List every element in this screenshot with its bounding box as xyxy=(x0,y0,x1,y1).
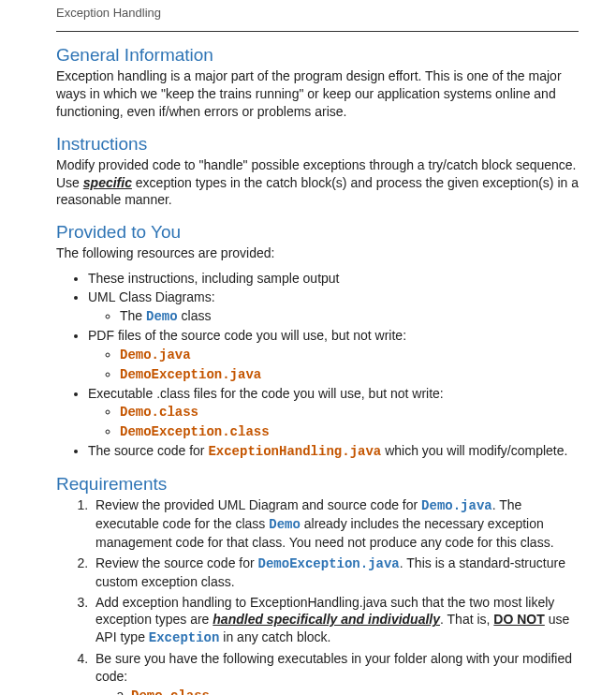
list-item: Review the source code for DemoException… xyxy=(92,555,579,591)
emphasis: handled specifically and individually xyxy=(213,612,440,627)
list-item: Demo.java xyxy=(120,346,579,364)
list-item: Be sure you have the following executabl… xyxy=(92,650,579,695)
list-item: Executable .class files for the code you… xyxy=(88,385,579,442)
sublist: The Demo class xyxy=(88,307,579,326)
sublist: Demo.class DemoException.class xyxy=(95,687,579,695)
text: The xyxy=(120,308,146,323)
list-item: These instructions, including sample out… xyxy=(88,270,579,288)
heading-instructions: Instructions xyxy=(56,134,579,155)
list-item: UML Class Diagrams: The Demo class xyxy=(88,288,579,326)
provided-intro: The following resources are provided: xyxy=(56,244,579,262)
list-item: Review the provided UML Diagram and sour… xyxy=(92,496,579,552)
instructions-specific: specific xyxy=(83,175,132,190)
code-exceptionhandling-java: ExceptionHandling.java xyxy=(208,444,381,459)
text: which you will modify/complete. xyxy=(381,443,567,458)
heading-provided: Provided to You xyxy=(56,222,579,243)
list-item: DemoException.java xyxy=(120,365,579,384)
text: . That is, xyxy=(440,612,493,627)
text: Be sure you have the following executabl… xyxy=(95,651,572,684)
list-item: DemoException.class xyxy=(120,422,579,441)
text: Review the provided UML Diagram and sour… xyxy=(95,497,421,512)
heading-requirements: Requirements xyxy=(56,474,579,495)
page-header: Exception Handling xyxy=(56,6,579,23)
document-page: Exception Handling General Information E… xyxy=(0,0,616,695)
instructions-body: Modify provided code to "handle" possibl… xyxy=(56,156,579,210)
code-demo-class: Demo.class xyxy=(120,405,198,420)
list-item-label: Executable .class files for the code you… xyxy=(88,386,444,401)
text: in any catch block. xyxy=(219,629,330,644)
sublist: Demo.java DemoException.java xyxy=(88,346,579,384)
text: The source code for xyxy=(88,443,208,458)
sublist: Demo.class DemoException.class xyxy=(88,403,579,441)
emphasis: DO NOT xyxy=(493,612,544,627)
code-demo: Demo xyxy=(269,517,301,532)
code-exception: Exception xyxy=(149,630,220,645)
general-body: Exception handling is a major part of th… xyxy=(56,67,579,121)
list-item: PDF files of the source code you will us… xyxy=(88,327,579,384)
list-item: The Demo class xyxy=(120,307,579,326)
instructions-post: exception types in the catch block(s) an… xyxy=(56,175,579,208)
heading-general-information: General Information xyxy=(56,45,579,66)
code-demo-java: Demo.java xyxy=(120,348,191,362)
header-rule xyxy=(56,31,579,32)
list-item: Add exception handling to ExceptionHandl… xyxy=(92,594,579,648)
code-demoexception-class: DemoException.class xyxy=(120,424,270,439)
code-demoexception-java: DemoException.java xyxy=(258,556,400,571)
list-item: Demo.class xyxy=(131,687,579,695)
text: Review the source code for xyxy=(95,555,258,570)
code-demo-java: Demo.java xyxy=(421,498,492,513)
list-item: The source code for ExceptionHandling.ja… xyxy=(88,442,579,461)
code-demo: Demo xyxy=(146,309,178,324)
code-demoexception-java: DemoException.java xyxy=(120,367,261,382)
provided-list: These instructions, including sample out… xyxy=(56,270,579,461)
requirements-list: Review the provided UML Diagram and sour… xyxy=(56,496,579,695)
list-item-label: PDF files of the source code you will us… xyxy=(88,328,406,343)
text: class xyxy=(178,308,212,323)
list-item-label: UML Class Diagrams: xyxy=(88,289,215,304)
code-demo-class: Demo.class xyxy=(131,688,210,695)
list-item: Demo.class xyxy=(120,403,579,421)
